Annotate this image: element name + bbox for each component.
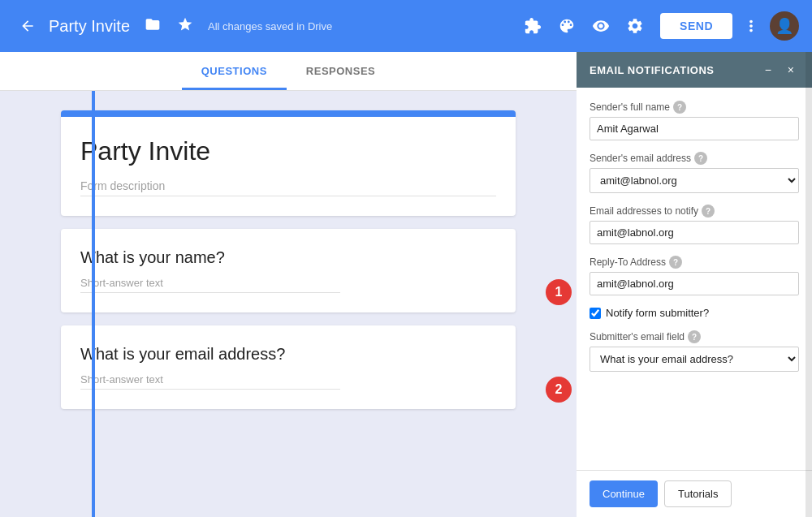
tab-responses[interactable]: RESPONSES xyxy=(287,52,395,90)
panel-close-button[interactable]: × xyxy=(783,62,799,78)
form-content: Party Invite Form description What is yo… xyxy=(61,110,516,409)
notify-email-label: Email addresses to notify ? xyxy=(590,205,799,218)
sender-name-label: Sender's full name ? xyxy=(590,101,799,114)
form-area: QUESTIONS RESPONSES Party Invite Form de… xyxy=(0,52,577,517)
notify-email-help-icon[interactable]: ? xyxy=(702,205,715,218)
document-title: Party Invite xyxy=(49,17,130,36)
continue-button[interactable]: Continue xyxy=(590,480,658,507)
submitter-field-help-icon[interactable]: ? xyxy=(688,330,701,343)
sender-name-input[interactable] xyxy=(590,117,799,140)
sender-email-group: Sender's email address ? amit@labnol.org xyxy=(590,152,799,193)
question-1-text: What is your name? xyxy=(80,248,496,267)
scroll-indicator[interactable] xyxy=(806,52,812,517)
panel-title: EMAIL NOTIFICATIONS xyxy=(590,64,714,76)
notify-email-input[interactable] xyxy=(590,221,799,244)
panel-minimize-button[interactable]: − xyxy=(760,62,776,78)
badge-1: 1 xyxy=(546,279,572,305)
tabs-container: QUESTIONS RESPONSES xyxy=(0,52,577,91)
panel-body: Sender's full name ? Sender's email addr… xyxy=(577,88,812,470)
badge-2: 2 xyxy=(546,377,572,403)
replyto-label: Reply-To Address ? xyxy=(590,256,799,269)
replyto-help-icon[interactable]: ? xyxy=(669,256,682,269)
user-avatar[interactable]: 👤 xyxy=(770,11,799,41)
sender-email-select[interactable]: amit@labnol.org xyxy=(590,168,799,193)
submitter-field-label: Submitter's email field ? xyxy=(590,330,799,343)
toolbar-icons: SEND 👤 xyxy=(517,11,799,41)
tutorials-button[interactable]: Tutorials xyxy=(664,480,732,507)
toolbar: Party Invite All changes saved in Drive … xyxy=(0,0,812,52)
form-title: Party Invite xyxy=(80,136,496,166)
replyto-input[interactable] xyxy=(590,272,799,295)
settings-icon[interactable] xyxy=(620,11,650,41)
star-icon[interactable] xyxy=(172,11,198,41)
form-description[interactable]: Form description xyxy=(80,179,496,196)
notify-submitter-label: Notify form submitter? xyxy=(606,307,709,319)
preview-icon[interactable] xyxy=(585,11,616,41)
panel-header: EMAIL NOTIFICATIONS − × xyxy=(577,52,812,88)
form-title-card: Party Invite Form description xyxy=(61,110,516,216)
question-2-answer: Short-answer text xyxy=(80,373,340,390)
sender-name-help-icon[interactable]: ? xyxy=(673,101,686,114)
tab-questions[interactable]: QUESTIONS xyxy=(182,52,287,90)
panel-controls: − × xyxy=(760,62,799,78)
panel-footer: Continue Tutorials xyxy=(577,470,812,517)
palette-icon[interactable] xyxy=(551,11,582,41)
submitter-field-group: Submitter's email field ? What is your e… xyxy=(590,330,799,372)
replyto-group: Reply-To Address ? xyxy=(590,256,799,295)
puzzle-icon[interactable] xyxy=(517,11,548,41)
question-card-2: What is your email address? Short-answer… xyxy=(61,325,516,409)
notify-submitter-checkbox[interactable] xyxy=(590,308,601,319)
question-2-text: What is your email address? xyxy=(80,345,496,364)
question-1-answer: Short-answer text xyxy=(80,277,340,293)
notify-submitter-row: Notify form submitter? xyxy=(590,307,799,319)
sidebar-accent-bar xyxy=(92,52,95,517)
email-notifications-panel: EMAIL NOTIFICATIONS − × Sender's full na… xyxy=(577,52,812,517)
folder-icon[interactable] xyxy=(140,11,166,41)
question-card-1: What is your name? Short-answer text xyxy=(61,229,516,312)
send-button[interactable]: SEND xyxy=(660,13,732,39)
back-button[interactable] xyxy=(13,11,42,41)
main-area: QUESTIONS RESPONSES Party Invite Form de… xyxy=(0,52,812,517)
sender-name-group: Sender's full name ? xyxy=(590,101,799,140)
notify-email-group: Email addresses to notify ? xyxy=(590,205,799,244)
more-options-button[interactable] xyxy=(736,11,767,41)
autosave-text: All changes saved in Drive xyxy=(208,20,511,32)
sender-email-help-icon[interactable]: ? xyxy=(694,152,707,165)
sender-email-label: Sender's email address ? xyxy=(590,152,799,165)
submitter-field-select[interactable]: What is your email address? xyxy=(590,347,799,372)
